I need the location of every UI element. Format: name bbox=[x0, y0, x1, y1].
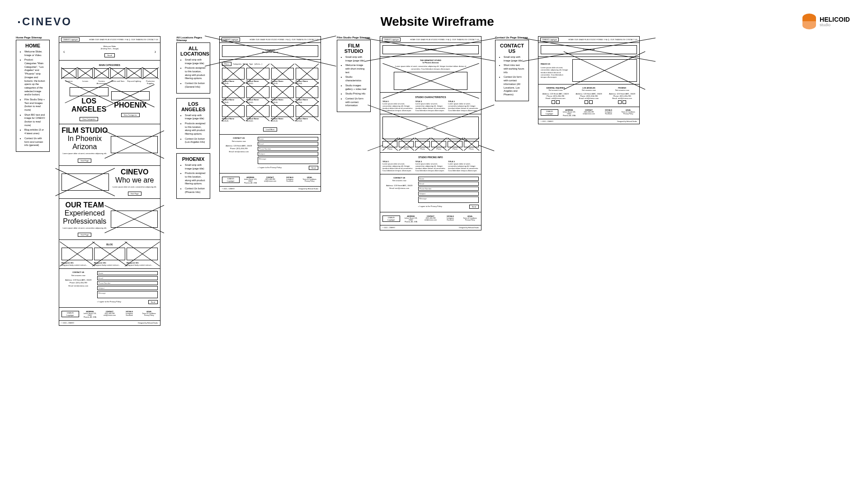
chevron-left-icon: ‹ bbox=[61, 49, 66, 54]
scroll-button: Scroll bbox=[104, 53, 114, 57]
wireframe-studio: CINEVO LogotypeHOME OUR GEAR FILM STUDIO… bbox=[380, 36, 481, 230]
panel-all-locations: ALL LOCATIONS Small strip with image (pa… bbox=[176, 42, 210, 94]
product-grid: Product Name$123.45Product Name$123.45Pr… bbox=[222, 68, 318, 122]
panel-phoenix: PHOENIX Small strip with image (page tit… bbox=[176, 153, 210, 199]
panel-contact: CONTACT US Small strip with image (page … bbox=[495, 40, 529, 101]
cinevo-logo: CINEVO bbox=[18, 15, 72, 28]
panel-title: HOME bbox=[20, 43, 46, 48]
sitemap-label-home: Home Page Sitemap bbox=[16, 36, 50, 39]
panel-home: HOME Welcome Slider, Image or Video. Pro… bbox=[16, 40, 50, 152]
helicoid-icon bbox=[802, 14, 816, 29]
panel-studio: FILM STUDIO Small strip with image (page… bbox=[337, 40, 371, 112]
document-title: Website Wireframe bbox=[380, 14, 494, 29]
sitemap-label-locations: All Locations Pages Sitemap bbox=[176, 36, 210, 42]
wireframe-location: CINEVO LogotypeHOME OUR GEAR FILM STUDIO… bbox=[219, 36, 321, 192]
wireframe-home: CINEVO LogotypeHOME OUR GEAR FILM STUDIO… bbox=[59, 36, 160, 326]
document-header: CINEVO Website Wireframe HELICOID studio bbox=[18, 14, 850, 29]
helicoid-logo: HELICOID studio bbox=[802, 14, 850, 29]
wireframe-contact: CINEVO LogotypeHOME OUR GEAR FILM STUDIO… bbox=[538, 36, 640, 124]
chevron-right-icon: › bbox=[153, 49, 158, 54]
panel-la: LOS ANGELES Small strip with image (page… bbox=[176, 98, 210, 149]
